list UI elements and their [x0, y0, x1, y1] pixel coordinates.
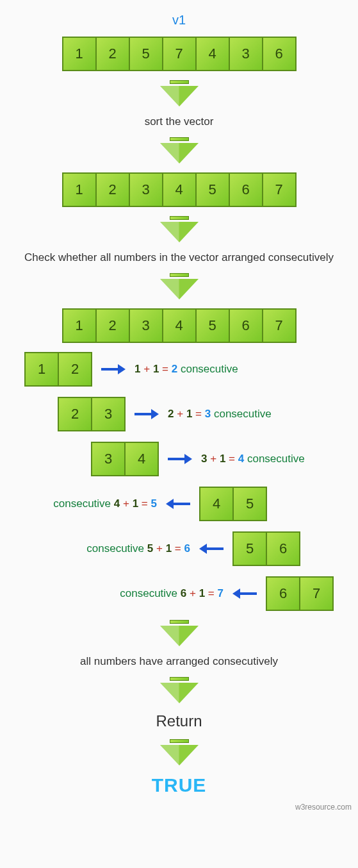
pair-cells: 5 6	[232, 531, 300, 566]
left-arrow-icon	[232, 588, 257, 599]
eq-one: 1	[133, 497, 138, 510]
pair-cells: 2 3	[58, 397, 126, 431]
all-consecutive-caption: all numbers have arranged consecutively	[67, 655, 291, 668]
cell: 1	[62, 308, 97, 343]
cell: 5	[232, 487, 267, 521]
cell: 5	[195, 308, 230, 343]
cell: 3	[229, 37, 263, 71]
cell: 5	[195, 172, 230, 207]
eq-eq: =	[208, 587, 215, 599]
pair-cells: 6 7	[266, 576, 334, 611]
eq-res: 5	[151, 497, 157, 510]
cell: 7	[162, 37, 197, 71]
cell: 1	[62, 172, 97, 207]
cell: 6	[262, 37, 297, 71]
cell: 4	[124, 442, 159, 476]
eq-eq: =	[175, 542, 181, 555]
cell: 2	[95, 308, 130, 343]
eq-one: 1	[166, 542, 172, 555]
consecutive-label: consecutive	[247, 453, 305, 465]
cell: 3	[129, 172, 163, 207]
down-arrow-icon	[160, 677, 199, 703]
cell: 4	[162, 308, 197, 343]
credit-label: w3resource.com	[295, 803, 352, 812]
eq-res: 7	[218, 587, 224, 599]
eq-plus: +	[123, 497, 129, 510]
cell: 6	[266, 576, 300, 611]
down-arrow-icon	[160, 216, 199, 242]
right-arrow-icon	[101, 364, 126, 374]
eq-eq: =	[195, 408, 202, 420]
vector-name-label: v1	[172, 13, 186, 28]
eq-res: 6	[184, 542, 190, 555]
left-arrow-icon	[199, 544, 224, 554]
cell: 4	[195, 37, 230, 71]
cell: 2	[58, 352, 92, 387]
consecutive-label: consecutive	[53, 497, 111, 510]
cell: 7	[262, 308, 297, 343]
eq-res: 2	[172, 363, 177, 375]
cell: 3	[91, 397, 126, 431]
left-arrow-icon	[166, 499, 190, 509]
eq-a: 4	[114, 497, 120, 510]
pair-check-row: consecutive 5 + 1 = 6 5 6	[24, 531, 334, 566]
cell: 6	[229, 308, 263, 343]
eq-one: 1	[153, 363, 159, 375]
cell: 7	[262, 172, 297, 207]
cell: 5	[129, 37, 163, 71]
check-caption: Check whether all numbers in the vector …	[12, 251, 346, 264]
eq-plus: +	[190, 587, 196, 599]
result-true: TRUE	[152, 774, 207, 796]
cell: 2	[95, 37, 130, 71]
eq-eq: =	[162, 363, 168, 375]
eq-plus: +	[210, 453, 216, 465]
pair-check-row: consecutive 6 + 1 = 7 6 7	[24, 576, 334, 611]
equation-text: 1 + 1 = 2 consecutive	[134, 363, 238, 376]
return-label: Return	[156, 712, 202, 730]
eq-a: 2	[168, 408, 174, 420]
eq-res: 3	[205, 408, 211, 420]
cell: 1	[62, 37, 97, 71]
pair-check-row: 3 4 3 + 1 = 4 consecutive	[24, 442, 334, 476]
consecutive-label: consecutive	[86, 542, 144, 555]
cell: 4	[199, 487, 234, 521]
eq-a: 3	[201, 453, 207, 465]
eq-a: 1	[134, 363, 140, 375]
cell: 3	[91, 442, 126, 476]
eq-one: 1	[220, 453, 225, 465]
cell: 4	[162, 172, 197, 207]
pair-check-row: 2 3 2 + 1 = 3 consecutive	[24, 397, 334, 431]
pair-cells: 3 4	[91, 442, 159, 476]
right-arrow-icon	[168, 454, 192, 464]
eq-eq: =	[229, 453, 235, 465]
eq-plus: +	[156, 542, 163, 555]
sort-caption: sort the vector	[132, 115, 227, 128]
eq-res: 4	[238, 453, 244, 465]
cell: 3	[129, 308, 163, 343]
equation-text: consecutive 4 + 1 = 5	[53, 497, 157, 510]
eq-plus: +	[143, 363, 150, 375]
down-arrow-icon	[160, 80, 199, 106]
sorted-vector-repeat: 1 2 3 4 5 6 7	[62, 308, 297, 343]
eq-one: 1	[199, 587, 205, 599]
down-arrow-icon	[160, 137, 199, 163]
down-arrow-icon	[160, 273, 199, 299]
equation-text: consecutive 6 + 1 = 7	[120, 587, 224, 600]
down-arrow-icon	[160, 620, 199, 646]
input-vector: 1 2 5 7 4 3 6	[62, 37, 297, 71]
pair-check-row: 1 2 1 + 1 = 2 consecutive	[24, 352, 334, 387]
right-arrow-icon	[134, 409, 159, 419]
sorted-vector: 1 2 3 4 5 6 7	[62, 172, 297, 207]
cell: 2	[58, 397, 92, 431]
cell: 2	[95, 172, 130, 207]
eq-one: 1	[186, 408, 192, 420]
eq-plus: +	[177, 408, 183, 420]
pair-cells: 4 5	[199, 487, 267, 521]
consecutive-label: consecutive	[214, 408, 272, 420]
diagram-column: v1 1 2 5 7 4 3 6 sort the vector 1 2 3 4…	[0, 13, 358, 796]
equation-text: consecutive 5 + 1 = 6	[86, 542, 190, 555]
cell: 5	[232, 531, 267, 566]
pairwise-steps: 1 2 1 + 1 = 2 consecutive 2 3 2 + 1	[0, 352, 358, 611]
pair-check-row: consecutive 4 + 1 = 5 4 5	[24, 487, 334, 521]
pair-cells: 1 2	[24, 352, 92, 387]
